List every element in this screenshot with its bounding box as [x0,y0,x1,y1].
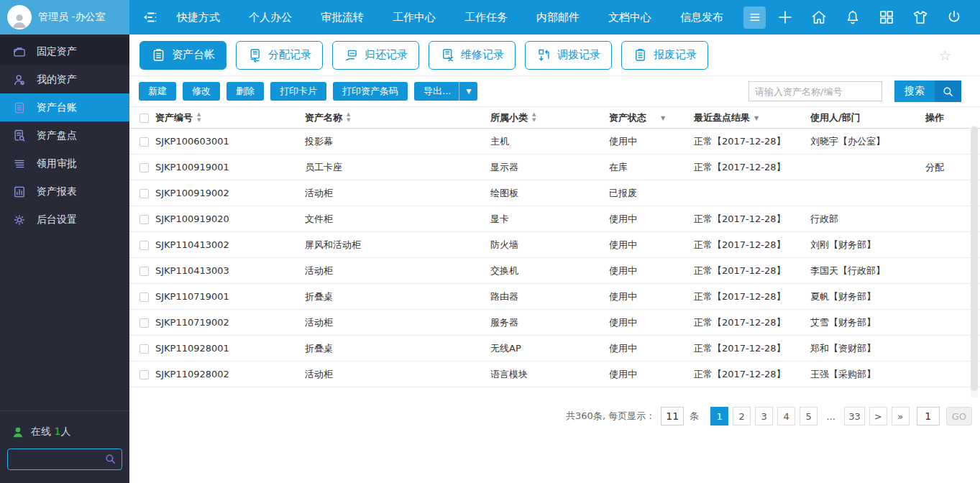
apps-icon[interactable] [878,9,895,26]
next-page-button[interactable]: > [869,407,887,426]
page-button-33[interactable]: 33 [844,407,865,426]
nav-item-4[interactable]: 工作中心 [393,11,436,24]
pagination: 共360条, 每页显示： 条 12345...33>» GO [129,407,980,426]
more-menus-icon[interactable] [743,6,766,29]
shirt-icon[interactable] [912,9,929,26]
table-row[interactable]: SJKP110719002活动柜服务器使用中正常【2017-12-28】艾雪【财… [129,310,980,336]
sort-icon[interactable]: ▲▼ [197,112,201,123]
nav-item-6[interactable]: 内部邮件 [536,11,580,24]
page-button-5[interactable]: 5 [800,407,818,426]
collapse-sidebar-icon[interactable] [141,9,158,26]
page-button-4[interactable]: 4 [777,407,795,426]
tab-报废记录[interactable]: 报废记录 [621,41,708,70]
sidebar-item-领用审批[interactable]: 领用审批 [0,150,129,178]
sidebar-search-icon[interactable] [104,453,116,465]
user-profile[interactable]: 管理员 -办公室 [0,0,129,34]
action-link[interactable]: 分配 [925,162,944,172]
nav-item-1[interactable]: 快捷方式 [177,11,220,24]
goto-page-input[interactable] [917,407,940,426]
table-row[interactable]: SJKP110928002活动柜语言模块使用中正常【2017-12-28】王强【… [129,362,980,387]
row-checkbox[interactable] [139,215,149,224]
asset-user: 艾雪【财务部】 [810,310,925,336]
page-button-1[interactable]: 1 [710,407,728,426]
table-scrollbar[interactable] [971,125,978,398]
asset-user: 李国天【行政部】 [810,258,925,284]
tab-资产台帐[interactable]: 资产台帐 [139,41,226,70]
toolbar-button-打印资产条码[interactable]: 打印资产条码 [333,82,408,101]
table-row[interactable]: SJKP110413003活动柜交换机使用中正常【2017-12-28】李国天【… [129,258,980,284]
table-row[interactable]: SJKP100603001投影幕主机使用中正常【2017-12-28】刘晓宇【办… [129,129,980,155]
filter-caret-icon[interactable]: ▼ [661,115,665,121]
page-size-input[interactable] [661,407,684,426]
search-button[interactable]: 搜索 [894,80,961,102]
toolbar-button-修改[interactable]: 修改 [183,82,220,101]
row-checkbox[interactable] [139,370,149,380]
sort-icon[interactable]: ▲▼ [532,112,536,123]
table-row[interactable]: SJKP100919020文件柜显卡使用中正常【2017-12-28】行政部 [129,206,980,232]
select-all-checkbox[interactable] [139,114,149,123]
tab-维修记录[interactable]: 维修记录 [429,41,516,70]
nav-item-7[interactable]: 文档中心 [608,11,651,24]
asset-code: SJKP110928002 [155,362,305,387]
asset-code: SJKP100919001 [155,155,305,180]
sidebar-item-我的资产[interactable]: 我的资产 [0,65,129,93]
toolbar: 新建修改删除打印卡片打印资产条码 导出... ▼ 搜索 [129,76,980,106]
column-header-使用人/部门[interactable]: 使用人/部门 [810,107,925,129]
power-icon[interactable] [945,9,963,26]
table-row[interactable]: SJKP110928001折叠桌无线AP使用中正常【2017-12-28】郑和【… [129,336,980,362]
bell-icon[interactable] [844,9,861,26]
toolbar-button-打印卡片[interactable]: 打印卡片 [270,82,326,101]
table-row[interactable]: SJKP100919002活动柜绘图板已报废 [129,180,980,206]
nav-item-8[interactable]: 信息发布 [680,11,723,24]
row-checkbox[interactable] [139,189,149,198]
inventory-icon [12,129,27,143]
sidebar-item-资产盘点[interactable]: 资产盘点 [0,121,129,150]
tab-分配记录[interactable]: 分配记录 [236,41,323,70]
sidebar-item-固定资产[interactable]: 固定资产 [0,37,129,65]
asset-search-input[interactable] [748,81,882,101]
nav-item-3[interactable]: 审批流转 [321,11,364,24]
column-header-资产编号[interactable]: 资产编号▲▼ [155,107,305,129]
table-row[interactable]: SJKP110413002屏风和活动柜防火墙使用中正常【2017-12-28】刘… [129,232,980,258]
table-row[interactable]: SJKP110719001折叠桌路由器使用中正常【2017-12-28】夏帆【财… [129,284,980,310]
row-checkbox[interactable] [139,318,149,328]
row-checkbox[interactable] [139,241,149,250]
row-checkbox[interactable] [139,163,149,172]
row-checkbox[interactable] [139,267,149,276]
home-icon[interactable] [810,9,828,26]
filter-caret-icon[interactable]: ▼ [754,115,759,121]
page-button-2[interactable]: 2 [733,407,751,426]
scrollbar-thumb[interactable] [971,126,978,391]
user-icon [12,73,27,87]
row-checkbox[interactable] [139,293,149,302]
go-button[interactable]: GO [946,407,972,426]
asset-category: 显卡 [490,206,609,232]
sidebar-item-资产台账[interactable]: 资产台账 [0,93,129,121]
asset-name: 折叠桌 [305,336,490,362]
column-header-资产状态[interactable]: 资产状态▼ [609,107,694,129]
sidebar-item-后台设置[interactable]: 后台设置 [0,206,129,234]
toolbar-button-删除[interactable]: 删除 [226,82,264,101]
nav-item-2[interactable]: 个人办公 [249,11,292,24]
column-header-最近盘点结果[interactable]: 最近盘点结果▼ [694,107,810,129]
column-header-资产名称[interactable]: 资产名称▲▼ [305,107,490,129]
column-header-所属小类[interactable]: 所属小类▲▼ [490,107,609,129]
sort-icon[interactable]: ▲▼ [347,112,350,123]
asset-code: SJKP100919020 [155,206,305,232]
page-button-3[interactable]: 3 [755,407,773,426]
tab-调拨记录[interactable]: 调拨记录 [525,41,612,70]
row-checkbox[interactable] [139,344,149,354]
sidebar-item-label: 领用审批 [37,157,77,170]
export-button[interactable]: 导出... ▼ [414,82,477,101]
table-row[interactable]: SJKP100919001员工卡座显示器在库正常【2017-12-28】分配 [129,155,980,180]
asset-category: 显示器 [490,155,609,180]
favorite-star-icon[interactable]: ☆ [939,47,970,63]
row-checkbox[interactable] [139,137,149,147]
nav-item-5[interactable]: 工作任务 [464,11,508,24]
asset-name: 投影幕 [305,129,490,155]
plus-icon[interactable] [777,9,794,26]
last-page-button[interactable]: » [892,407,910,426]
sidebar-item-资产报表[interactable]: 资产报表 [0,178,129,206]
toolbar-button-新建[interactable]: 新建 [139,82,176,101]
tab-归还记录[interactable]: 归还记录 [332,41,419,70]
